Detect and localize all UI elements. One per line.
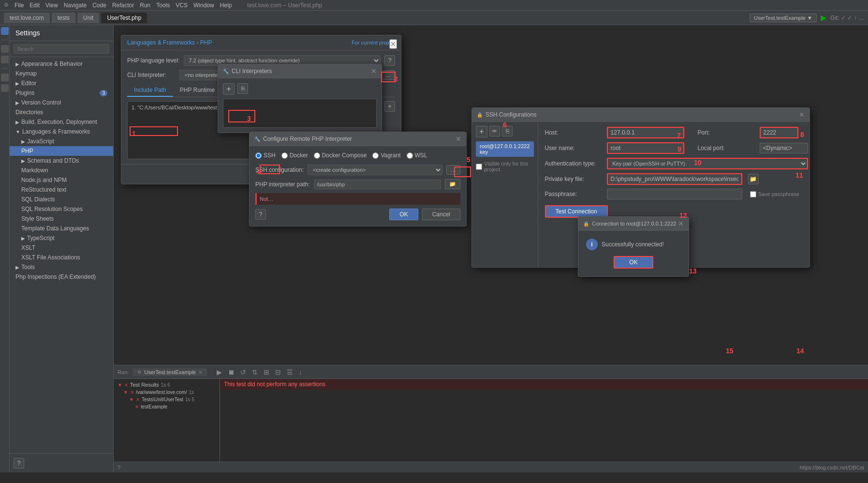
test-results-row[interactable]: ▼ ✕ Test Results 1s 6	[116, 381, 218, 389]
for-current-project-tab[interactable]: For current project	[352, 39, 395, 46]
save-passphrase-label[interactable]: Save passphrase	[750, 191, 799, 197]
radio-vagrant[interactable]	[372, 152, 379, 159]
ssh-close-button[interactable]: ✕	[799, 111, 805, 119]
php-path-browse-button[interactable]: 📁	[445, 179, 460, 189]
run-button[interactable]: ▶	[821, 13, 826, 22]
icon-terminal[interactable]	[1, 74, 9, 81]
cli-add-button[interactable]: +	[223, 83, 235, 95]
icon-project[interactable]	[1, 27, 9, 35]
ssh-add-button[interactable]: +	[476, 126, 487, 137]
run-stop-button[interactable]: ⏹	[226, 367, 236, 377]
tab-tests[interactable]: tests	[52, 13, 75, 23]
ssh-edit-button[interactable]: ✏	[489, 126, 500, 136]
test-method-row[interactable]: ✕ testExample	[116, 403, 218, 410]
tab-usertest[interactable]: UserTest.php	[101, 13, 147, 23]
save-passphrase-checkbox[interactable]	[750, 191, 756, 197]
sidebar-item-stylesheets[interactable]: Style Sheets	[10, 214, 113, 224]
tab-testlove[interactable]: test.love.com	[4, 13, 50, 23]
sidebar-item-directories[interactable]: Directories	[10, 107, 113, 117]
auth-type-select[interactable]: Key pair (OpenSSH or PuTTY)	[607, 158, 808, 169]
remote-cancel-button[interactable]: Cancel	[422, 209, 460, 220]
ssh-copy-button[interactable]: ⎘	[502, 126, 513, 136]
run-sort-button[interactable]: ⇅	[250, 367, 260, 377]
menu-code[interactable]: Code	[92, 2, 106, 9]
visible-only-label[interactable]: Visible only for this project	[476, 161, 534, 172]
cli-copy-button[interactable]: ⎘	[237, 83, 248, 94]
menu-tools[interactable]: Tools	[156, 2, 170, 9]
radio-ssh-label[interactable]: SSH	[255, 152, 276, 159]
connection-close-button[interactable]: ✕	[678, 220, 684, 227]
sidebar-item-tools[interactable]: ▶ Tools	[10, 262, 113, 272]
remote-close-button[interactable]: ✕	[456, 135, 461, 143]
menu-view[interactable]: View	[45, 2, 58, 9]
sidebar-item-xslt[interactable]: XSLT	[10, 243, 113, 253]
sidebar-item-languages[interactable]: ▼ Languages & Frameworks	[10, 127, 113, 136]
menu-edit[interactable]: Edit	[29, 2, 40, 9]
sidebar-item-xslt-assoc[interactable]: XSLT File Associations	[10, 253, 113, 262]
tab-unit[interactable]: Unit	[77, 13, 99, 23]
icon-commit[interactable]	[1, 56, 9, 63]
menu-run[interactable]: Run	[140, 2, 150, 9]
sidebar-item-markdown[interactable]: Markdown	[10, 166, 113, 175]
sidebar-item-editor[interactable]: ▶ Editor	[10, 78, 113, 88]
run-collapse-button[interactable]: ⊟	[273, 367, 283, 377]
menu-navigate[interactable]: Navigate	[64, 2, 87, 9]
sidebar-item-vcs[interactable]: ▶ Version Control	[10, 98, 113, 107]
run-tab-close[interactable]: ×	[199, 369, 202, 375]
ssh-config-select[interactable]: <create configuration>	[308, 165, 442, 175]
local-port-input[interactable]	[760, 143, 808, 153]
sidebar-item-sql-resolution[interactable]: SQL Resolution Scopes	[10, 204, 113, 214]
username-input[interactable]	[607, 142, 684, 154]
add-include-path-button[interactable]: +	[384, 101, 395, 112]
sidebar-item-php-inspections[interactable]: Php Inspections (EA Extended)	[10, 272, 113, 282]
icon-favorites[interactable]	[1, 84, 9, 92]
remote-ok-button[interactable]: OK	[389, 209, 418, 220]
settings-close-button[interactable]: ✕	[389, 39, 397, 49]
radio-vagrant-label[interactable]: Vagrant	[372, 152, 400, 159]
radio-docker-compose[interactable]	[314, 152, 320, 159]
test-class-row[interactable]: ▼ ✕ Tests\Unit\UserTest 1s 5	[116, 396, 218, 403]
private-key-browse-button[interactable]: 📁	[748, 174, 759, 184]
private-key-input[interactable]	[607, 173, 742, 185]
menu-help[interactable]: Help	[220, 2, 232, 9]
sidebar-item-keymap[interactable]: Keymap	[10, 69, 113, 78]
sidebar-item-php[interactable]: PHP	[10, 146, 113, 156]
run-down-button[interactable]: ↓	[297, 367, 304, 377]
test-path-row[interactable]: ▼ ✕ /var/www/test.love.com/ 1s	[116, 389, 218, 396]
remote-help-button[interactable]: ?	[255, 209, 266, 220]
run-expand-button[interactable]: ⊞	[262, 367, 271, 377]
passphrase-input[interactable]	[607, 189, 742, 199]
sidebar-item-plugins[interactable]: Plugins 3	[10, 88, 113, 98]
radio-docker[interactable]	[281, 152, 288, 159]
breadcrumb-languages[interactable]: Languages & Frameworks › PHP	[127, 39, 212, 46]
php-level-help-button[interactable]: ?	[384, 55, 395, 66]
radio-docker-compose-label[interactable]: Docker Compose	[314, 152, 367, 159]
run-config-selector[interactable]: UserTest.testExample ▼	[750, 14, 817, 22]
sidebar-item-build[interactable]: ▶ Build, Execution, Deployment	[10, 117, 113, 127]
menu-vcs[interactable]: VCS	[176, 2, 188, 9]
php-path-input[interactable]	[314, 180, 441, 189]
visible-only-checkbox[interactable]	[476, 164, 482, 170]
ssh-entry-1[interactable]: root@127.0.0.1:2222 key	[476, 141, 534, 157]
sidebar-item-appearance[interactable]: ▶ Appearance & Behavior	[10, 59, 113, 69]
menu-window[interactable]: Window	[193, 2, 214, 9]
sidebar-item-schemas[interactable]: ▶ Schemas and DTDs	[10, 156, 113, 166]
sidebar-item-typescript[interactable]: ▶ TypeScript	[10, 233, 113, 243]
sidebar-item-template[interactable]: Template Data Languages	[10, 224, 113, 233]
run-rerun-button[interactable]: ↺	[238, 367, 248, 377]
icon-structure[interactable]	[1, 45, 9, 53]
sidebar-item-sql-dialects[interactable]: SQL Dialects	[10, 195, 113, 204]
sidebar-item-restructured[interactable]: ReStructured text	[10, 185, 113, 195]
sidebar-item-javascript[interactable]: ▶ JavaScript	[10, 136, 113, 146]
run-play-button[interactable]: ▶	[215, 367, 224, 377]
port-input[interactable]	[760, 127, 798, 138]
cli-interpreter-browse-button[interactable]: …	[381, 70, 395, 80]
tab-php-runtime[interactable]: PHP Runtime	[173, 84, 221, 97]
ssh-config-browse-button[interactable]: …	[446, 165, 460, 175]
host-input[interactable]	[607, 127, 684, 138]
run-tab[interactable]: ⚙ UserTest.testExample ×	[132, 368, 206, 376]
settings-help-button[interactable]: ?	[14, 458, 24, 468]
cli-close-button[interactable]: ✕	[371, 67, 377, 75]
menu-file[interactable]: File	[15, 2, 24, 9]
radio-wsl[interactable]	[407, 152, 413, 159]
